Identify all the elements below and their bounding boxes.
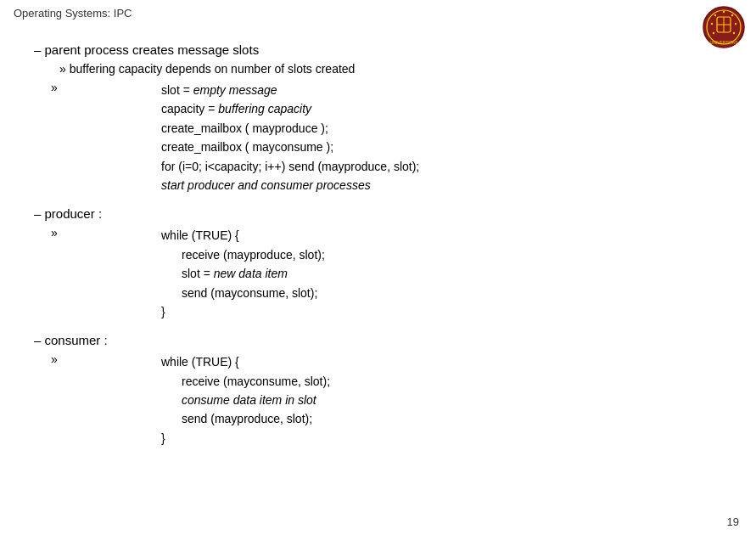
parent-code-line3: create_mailbox ( mayproduce ); [161,119,419,138]
consumer-title: – consumer : [34,333,688,347]
producer-section: – producer : » while (TRUE) { receive (m… [34,206,688,321]
parent-code-line1: slot = empty message [161,81,419,99]
page-number: 19 [727,515,739,528]
parent-code-line5: for (i=0; i<capacity; i++) send (mayprod… [161,157,419,176]
consumer-code-line4: send (mayproduce, slot); [182,409,330,428]
svg-point-6 [731,14,733,16]
parent-section: – parent process creates message slots »… [34,42,688,194]
svg-point-9 [714,14,716,16]
page-header: Operating Systems: IPC [14,7,132,20]
consumer-code-line3: consume data item in slot [182,391,330,409]
svg-text:UNIVERSITAS: UNIVERSITAS [710,40,739,45]
header-title: Operating Systems: IPC [14,7,132,20]
consumer-code-line1: while (TRUE) { [161,352,330,371]
consumer-code-line5: } [161,429,330,448]
producer-code-block: while (TRUE) { receive (mayproduce, slot… [161,226,325,321]
producer-code-line2: receive (mayproduce, slot); [182,245,325,264]
parent-code-block: slot = empty message capacity = bufferin… [161,81,419,194]
parent-bullet1: » buffering capacity depends on number o… [59,62,688,76]
svg-point-11 [713,32,714,34]
producer-code-line3: slot = new data item [182,264,325,283]
parent-code-line6: start producer and consumer processes [161,176,419,194]
producer-code-line4: send (mayconsume, slot); [182,284,325,302]
logo: UNIVERSITAS [702,5,746,49]
parent-code-marker: » [51,81,68,194]
consumer-code-line2: receive (mayconsume, slot); [182,372,330,391]
svg-point-10 [711,23,713,25]
producer-code-marker: » [51,226,68,321]
main-content: – parent process creates message slots »… [34,42,688,448]
parent-title: – parent process creates message slots [34,42,688,57]
producer-title: – producer : [34,206,688,221]
parent-code-line2: capacity = buffering capacity [161,99,419,118]
producer-code-line5: } [161,302,325,321]
parent-code-line4: create_mailbox ( mayconsume ); [161,138,419,156]
consumer-code-marker: » [51,352,68,448]
consumer-code-block: while (TRUE) { receive (mayconsume, slot… [161,352,330,448]
consumer-section: – consumer : » while (TRUE) { receive (m… [34,333,688,448]
svg-point-7 [735,23,736,25]
svg-point-5 [723,11,725,13]
svg-point-8 [733,32,735,34]
producer-code-line1: while (TRUE) { [161,226,325,245]
